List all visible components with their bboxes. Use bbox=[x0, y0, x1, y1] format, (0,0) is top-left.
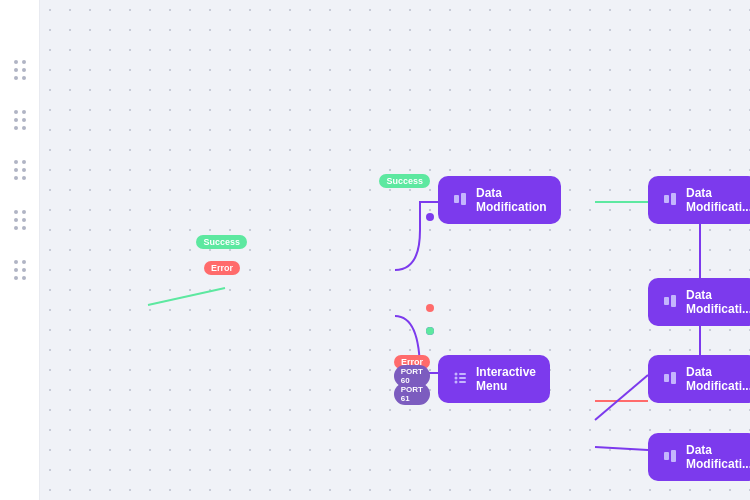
sidebar-item-3[interactable] bbox=[14, 160, 26, 180]
canvas-background bbox=[0, 0, 750, 500]
data-mod-4-icon bbox=[662, 370, 678, 389]
data-mod-3-label: Data Modificati... bbox=[686, 288, 750, 316]
svg-rect-23 bbox=[459, 373, 466, 375]
sidebar-item-4[interactable] bbox=[14, 210, 26, 230]
interactive-menu-label: Interactive Menu bbox=[476, 365, 536, 393]
interactive-menu-port61-badge: PORT 61 bbox=[394, 383, 430, 405]
svg-rect-25 bbox=[459, 381, 466, 383]
outbound-error-badge: Error bbox=[204, 261, 240, 275]
svg-rect-17 bbox=[671, 372, 676, 384]
sidebar bbox=[0, 0, 40, 500]
data-mod-1-label: Data Modification bbox=[476, 186, 547, 214]
svg-point-21 bbox=[455, 376, 458, 379]
data-mod-2-label: Data Modificati... bbox=[686, 186, 750, 214]
data-mod-1-success-badge: Success bbox=[379, 174, 430, 188]
data-mod-4-label: Data Modificati... bbox=[686, 365, 750, 393]
interactive-menu-icon bbox=[452, 370, 468, 389]
outbound-success-badge: Success bbox=[196, 235, 247, 249]
data-mod-1-icon bbox=[452, 191, 468, 210]
sidebar-item-5[interactable] bbox=[14, 260, 26, 280]
svg-rect-16 bbox=[664, 374, 669, 382]
svg-point-22 bbox=[455, 380, 458, 383]
svg-point-20 bbox=[455, 372, 458, 375]
svg-rect-13 bbox=[671, 193, 676, 205]
svg-rect-19 bbox=[671, 450, 676, 462]
data-mod-5-icon bbox=[662, 448, 678, 467]
sidebar-item-1[interactable] bbox=[14, 60, 26, 80]
data-mod-3-icon bbox=[662, 293, 678, 312]
data-mod-2-icon bbox=[662, 191, 678, 210]
sidebar-item-2[interactable] bbox=[14, 110, 26, 130]
svg-rect-15 bbox=[671, 295, 676, 307]
svg-rect-12 bbox=[664, 195, 669, 203]
data-mod-5-label: Data Modificati... bbox=[686, 443, 750, 471]
svg-rect-24 bbox=[459, 377, 466, 379]
svg-rect-14 bbox=[664, 297, 669, 305]
svg-rect-18 bbox=[664, 452, 669, 460]
svg-rect-10 bbox=[454, 195, 459, 203]
svg-rect-11 bbox=[461, 193, 466, 205]
